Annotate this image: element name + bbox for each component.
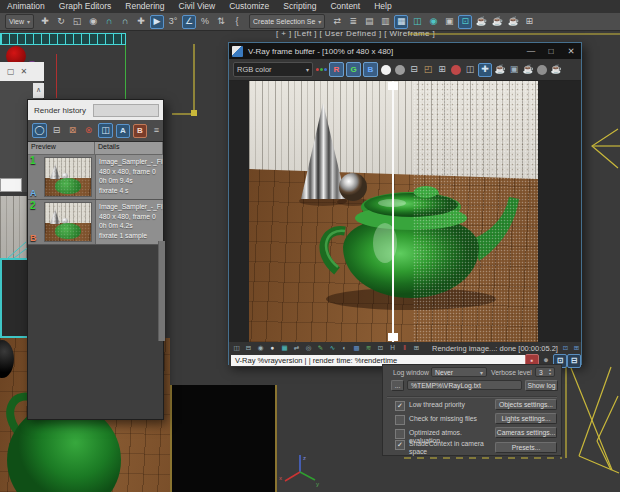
divider-handle-top[interactable] [388, 82, 398, 90]
render-region-icon[interactable]: ☕ [522, 64, 534, 76]
crosshair-icon[interactable]: ✚ [134, 15, 148, 29]
mirror-icon[interactable]: ⇄ [330, 15, 344, 29]
snaps-toggle-icon[interactable]: ∩ [102, 15, 116, 29]
log-window-dropdown[interactable]: Never ▾ [431, 367, 487, 377]
render-iterative-icon[interactable]: ☕ [490, 15, 504, 29]
scroll-up-icon[interactable]: ∧ [33, 83, 44, 98]
snap-pivot-icon[interactable]: ∩ [118, 15, 132, 29]
presets-button[interactable]: Presets... [495, 442, 557, 453]
gray-background-icon[interactable] [394, 64, 406, 76]
history-scrollbar[interactable] [158, 241, 165, 341]
clear-image-icon[interactable] [450, 64, 462, 76]
close-icon[interactable]: ✕ [21, 67, 28, 76]
checkbox-shadecontext-in-camera-space[interactable]: ✓ShadeContext in camera space [395, 440, 487, 456]
set-image-a-icon[interactable]: A [116, 124, 130, 138]
history-details-cell[interactable]: Image_Sampler_-_Fi480 x 480, frame 00h 0… [96, 155, 163, 199]
checked-icon[interactable]: ✓ [395, 440, 405, 450]
menu-animation[interactable]: Animation [0, 0, 52, 13]
g-channel-button[interactable]: G [346, 62, 361, 77]
activeshade-icon[interactable]: ☕ [506, 15, 520, 29]
channel-dropdown[interactable]: RGB color ▾ [233, 62, 313, 77]
set-image-b-icon[interactable]: B [133, 124, 147, 138]
pixel-info-icon[interactable]: ◉ [256, 344, 265, 353]
menu-graph-editors[interactable]: Graph Editors [52, 0, 118, 13]
expand-window-icon[interactable]: ⊞ [572, 344, 581, 353]
objects-settings-button[interactable]: Objects settings... [495, 399, 557, 410]
white-background-icon[interactable] [380, 64, 392, 76]
maximize-icon[interactable]: ▢ [7, 67, 15, 76]
percent-snap-icon[interactable]: % [198, 15, 212, 29]
render-last-icon[interactable]: ☕ [494, 64, 506, 76]
spinner-arrows-icon[interactable]: ▴▾ [549, 368, 551, 376]
maximize-icon[interactable]: □ [541, 46, 561, 56]
browse-log-button[interactable]: ... [391, 380, 404, 391]
magnify-icon[interactable]: ◎ [304, 344, 313, 353]
divider-handle-bottom[interactable] [388, 333, 398, 341]
blue-collapse-icon[interactable]: ⊟ [567, 354, 581, 368]
dock-window-icon[interactable]: ⊡ [561, 344, 570, 353]
lights-settings-button[interactable]: Lights settings... [495, 413, 557, 424]
rendered-frame-window-icon[interactable]: ⊡ [458, 15, 472, 29]
save-image-icon[interactable]: ⊟ [408, 64, 420, 76]
save-to-history-icon[interactable]: ◯ [32, 123, 47, 138]
close-icon[interactable]: ✕ [561, 46, 581, 56]
dialog-titlebar[interactable]: ▢ ✕ [0, 62, 44, 81]
stamp-icon[interactable]: ✎ [316, 344, 325, 353]
scene-explorer-icon[interactable]: ▥ [378, 15, 392, 29]
column-details[interactable]: Details [95, 142, 163, 154]
r-channel-button[interactable]: R [329, 62, 344, 77]
material-editor-icon[interactable]: ◉ [426, 15, 440, 29]
snaps-3d-icon[interactable]: 3° [166, 15, 180, 29]
unchecked-icon[interactable] [395, 415, 405, 425]
region-grid-icon[interactable]: ▦ [280, 344, 289, 353]
h-guide-icon[interactable]: H [388, 344, 397, 353]
history-row[interactable]: 1AImage_Sampler_-_Fi480 x 480, frame 00h… [28, 155, 163, 200]
column-preview[interactable]: Preview [28, 142, 95, 154]
delete-history-entry-icon[interactable]: ⊗ [82, 124, 95, 137]
save-history-file-icon[interactable]: ⊟ [50, 124, 63, 137]
render-production-icon[interactable]: ☕ [474, 15, 488, 29]
viewport-layouts-icon[interactable]: ⊞ [522, 15, 536, 29]
menu-customize[interactable]: Customize [222, 0, 276, 13]
show-log-button[interactable]: Show log [525, 380, 558, 391]
white-dot-icon[interactable]: ● [268, 344, 277, 353]
rgb-color-icon[interactable] [315, 64, 327, 76]
compare-horizontal-icon[interactable]: ◫ [232, 344, 241, 353]
history-options-menu-icon[interactable]: ≡ [150, 124, 163, 137]
menu-rendering[interactable]: Rendering [118, 0, 171, 13]
log-path-field[interactable]: %TEMP%\VRayLog.txt [407, 380, 522, 390]
select-and-place-icon[interactable]: ◉ [86, 15, 100, 29]
layer-explorer-icon[interactable]: ▤ [362, 15, 376, 29]
history-details-cell[interactable]: Image_Sampler_-_Fi480 x 480, frame 00h 0… [96, 200, 163, 244]
rgb-columns-icon[interactable]: ‖ [400, 344, 409, 353]
select-and-rotate-icon[interactable]: ↻ [54, 15, 68, 29]
interactive-render-icon[interactable]: ☕ [550, 64, 562, 76]
render-thumbnail[interactable] [44, 157, 92, 197]
schematic-view-icon[interactable]: ◫ [410, 15, 424, 29]
compare-vertical-icon[interactable]: ⊟ [244, 344, 253, 353]
angle-snap-icon[interactable]: ∠ [182, 15, 196, 29]
align-icon[interactable]: ≣ [346, 15, 360, 29]
sphere-render-icon[interactable] [536, 64, 548, 76]
monitor-small-icon[interactable]: ⊡ [376, 344, 385, 353]
pin-icon[interactable] [93, 104, 160, 117]
history-row[interactable]: 2BImage_Sampler_-_Fi480 x 480, frame 00h… [28, 200, 163, 245]
corner-grid-icon[interactable]: ⊞ [412, 344, 421, 353]
viewport-label[interactable]: [ + ] [Left ] [ User Defined ] [ Wirefra… [276, 29, 435, 38]
select-and-move-icon[interactable]: ✚ [38, 15, 52, 29]
cameras-settings-button[interactable]: Cameras settings... [495, 427, 557, 438]
waveform-icon[interactable]: ≋ [364, 344, 373, 353]
menu-content[interactable]: Content [323, 0, 367, 13]
copy-to-clipboard-icon[interactable]: ⊞ [436, 64, 448, 76]
menu-scripting[interactable]: Scripting [276, 0, 323, 13]
compare-divider[interactable] [392, 81, 394, 342]
history-thumbnail-cell[interactable]: 2B [28, 200, 96, 244]
spinner-snap-icon[interactable]: ⇅ [214, 15, 228, 29]
named-selection-sets-icon[interactable]: { [230, 15, 244, 29]
load-history-file-icon[interactable]: ⊠ [66, 124, 79, 137]
checked-icon[interactable]: ✓ [395, 401, 405, 411]
follow-mouse-icon[interactable]: ✚ [478, 63, 492, 77]
unchecked-icon[interactable] [395, 429, 405, 439]
render-setup-icon[interactable]: ▣ [442, 15, 456, 29]
history-thumbnail-cell[interactable]: 1A [28, 155, 96, 199]
